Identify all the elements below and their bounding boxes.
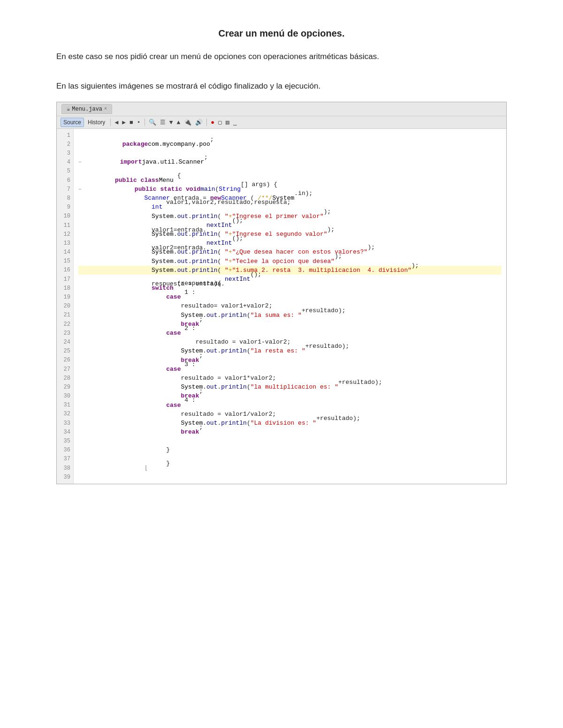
page-title: Crear un menú de opciones. xyxy=(56,28,507,39)
ln-22: 22 xyxy=(60,320,70,329)
code-line-5 xyxy=(78,167,502,176)
ln-36: 36 xyxy=(60,446,70,455)
source-tab-button[interactable]: Source xyxy=(61,118,84,127)
code-line-38: ⌊ } xyxy=(78,464,502,473)
ln-25: 25 xyxy=(60,347,70,356)
toolbar-separator-2 xyxy=(145,119,145,126)
ln-33: 33 xyxy=(60,419,70,428)
code-line-2: package com.mycompany.poo; xyxy=(78,140,502,149)
stop-icon[interactable]: ▢ xyxy=(217,118,223,127)
ln-6: 6 xyxy=(60,176,70,185)
toolbar-icon-6[interactable]: 🔌 xyxy=(183,118,193,127)
ln-14: 14 xyxy=(60,248,70,257)
ln-12: 12 xyxy=(60,230,70,239)
ln-3: 3 xyxy=(60,149,70,158)
code-area: 1 2 3 4 5 6 7 8 9 10 11 12 13 14 15 16 1… xyxy=(57,129,506,483)
ln-2: 2 xyxy=(60,140,70,149)
code-line-4: − import java.util.Scanner; xyxy=(78,158,502,167)
ln-15: 15 xyxy=(60,257,70,266)
ln-39: 39 xyxy=(60,473,70,482)
toolbar-icon-3[interactable]: ☰ xyxy=(159,118,167,127)
forward-icon[interactable]: ▶ xyxy=(121,118,127,127)
code-content[interactable]: package com.mycompany.poo; − import java… xyxy=(74,129,506,483)
ln-29: 29 xyxy=(60,383,70,392)
ide-titlebar: ☕ Menu.java × xyxy=(57,102,506,116)
ln-9: 9 xyxy=(60,203,70,212)
ln-19: 19 xyxy=(60,293,70,302)
code-line-6: public class Menu { xyxy=(78,176,502,185)
ln-10: 10 xyxy=(60,212,70,221)
ln-34: 34 xyxy=(60,428,70,437)
code-line-39 xyxy=(78,473,502,482)
toolbar-icon-5[interactable]: ▲ xyxy=(175,119,182,127)
ln-31: 31 xyxy=(60,401,70,410)
ln-11: 11 xyxy=(60,221,70,230)
ln-20: 20 xyxy=(60,302,70,311)
intro-paragraph-2: En las siguientes imágenes se mostrará e… xyxy=(56,80,507,92)
tab-close-button[interactable]: × xyxy=(104,106,107,112)
ln-28: 28 xyxy=(60,374,70,383)
run-icon[interactable]: ● xyxy=(209,119,216,127)
toolbar-icon-9[interactable]: ⎯ xyxy=(232,119,238,127)
ln-24: 24 xyxy=(60,338,70,347)
ln-21: 21 xyxy=(60,311,70,320)
ln-16: 16 xyxy=(60,266,70,275)
history-tab-button[interactable]: History xyxy=(85,118,108,127)
ln-1: 1 xyxy=(60,131,70,140)
ide-window: ☕ Menu.java × Source History ◀ ▶ ■ • 🔍 ☰… xyxy=(56,102,507,484)
toolbar-icon-8[interactable]: ▤ xyxy=(224,118,231,127)
ln-32: 32 xyxy=(60,410,70,419)
toolbar-separator-3 xyxy=(206,119,207,126)
toolbar-icon-4[interactable]: ▼ xyxy=(168,119,175,127)
tab-filename: Menu.java xyxy=(72,106,102,113)
ide-toolbar: Source History ◀ ▶ ■ • 🔍 ☰ ▼ ▲ 🔌 🔊 ● ▢ ▤… xyxy=(57,116,506,129)
ln-30: 30 xyxy=(60,392,70,401)
line-numbers: 1 2 3 4 5 6 7 8 9 10 11 12 13 14 15 16 1… xyxy=(57,129,74,483)
ln-23: 23 xyxy=(60,329,70,338)
ide-tab-menu-java[interactable]: ☕ Menu.java × xyxy=(61,104,112,114)
code-line-34: break; xyxy=(78,428,502,437)
search-icon[interactable]: 🔍 xyxy=(147,118,158,127)
ln-7: 7 xyxy=(60,185,70,194)
toolbar-icon-1[interactable]: ■ xyxy=(128,119,135,127)
code-line-36: } xyxy=(78,446,502,455)
ln-4: 4 xyxy=(60,158,70,167)
ln-18: 18 xyxy=(60,284,70,293)
toolbar-icon-7[interactable]: 🔊 xyxy=(194,118,204,127)
ln-26: 26 xyxy=(60,356,70,365)
ln-37: 37 xyxy=(60,455,70,464)
back-icon[interactable]: ◀ xyxy=(113,118,120,127)
code-line-3 xyxy=(78,149,502,158)
ln-13: 13 xyxy=(60,239,70,248)
toolbar-icon-2[interactable]: • xyxy=(136,119,142,127)
ln-5: 5 xyxy=(60,167,70,176)
intro-paragraph-1: En este caso se nos pidió crear un menú … xyxy=(56,50,507,63)
java-file-icon: ☕ xyxy=(67,105,70,113)
code-line-1 xyxy=(78,131,502,140)
ln-35: 35 xyxy=(60,437,70,446)
ln-38: 38 xyxy=(60,464,70,473)
ln-17: 17 xyxy=(60,275,70,284)
ln-27: 27 xyxy=(60,365,70,374)
ln-8: 8 xyxy=(60,194,70,203)
toolbar-separator-1 xyxy=(110,119,111,126)
